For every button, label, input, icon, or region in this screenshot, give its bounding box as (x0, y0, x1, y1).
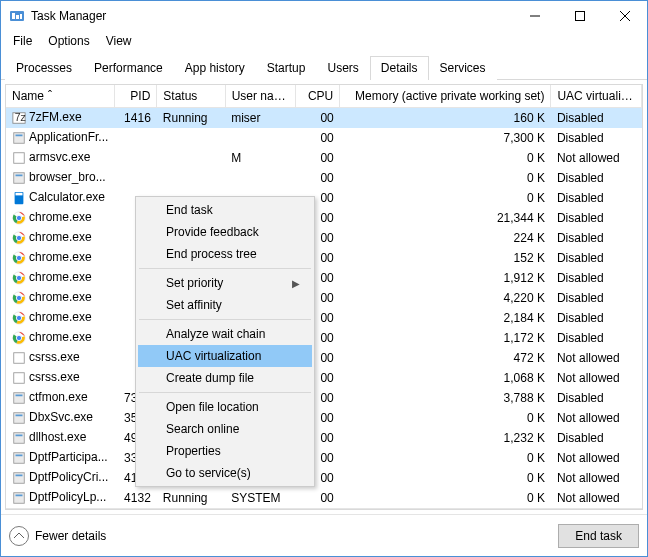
cell-user (225, 168, 295, 188)
table-row[interactable]: csrss.exeM00472 KNot allowed (6, 348, 642, 368)
cell-name: chrome.exe (6, 308, 115, 328)
table-row[interactable]: chrome.exe002,184 KDisabled (6, 308, 642, 328)
col-name[interactable]: Nameˆ (6, 85, 115, 108)
submenu-arrow-icon: ▶ (292, 278, 300, 289)
ctx-provide-feedback[interactable]: Provide feedback (138, 221, 312, 243)
process-icon (12, 371, 26, 385)
col-cpu[interactable]: CPU (296, 85, 340, 108)
process-icon (12, 411, 26, 425)
table-row[interactable]: armsvc.exeM000 KNot allowed (6, 148, 642, 168)
table-row[interactable]: chrome.exe001,912 KDisabled (6, 268, 642, 288)
tab-bar: Processes Performance App history Startu… (1, 51, 647, 80)
table-row[interactable]: ctfmon.exe7308Runningmiser003,788 KDisab… (6, 388, 642, 408)
svg-rect-5 (575, 12, 584, 21)
cell-name: browser_bro... (6, 168, 115, 188)
ctx-uac-virtualization[interactable]: UAC virtualization (138, 345, 312, 367)
process-icon (12, 171, 26, 185)
svg-rect-39 (14, 373, 25, 384)
tab-performance[interactable]: Performance (83, 56, 174, 80)
svg-rect-45 (16, 434, 23, 436)
table-row[interactable]: ApplicationFr...007,300 KDisabled (6, 128, 642, 148)
svg-rect-43 (16, 414, 23, 416)
table-row[interactable]: chrome.exe001,172 KDisabled (6, 328, 642, 348)
ctx-go-to-services[interactable]: Go to service(s) (138, 462, 312, 484)
scroll-right-icon[interactable] (625, 509, 642, 511)
table-row[interactable]: chrome.exe00224 KDisabled (6, 228, 642, 248)
close-button[interactable] (602, 1, 647, 31)
process-icon (12, 251, 26, 265)
cell-pid (115, 168, 157, 188)
col-memory[interactable]: Memory (active private working set) (340, 85, 551, 108)
process-icon (12, 291, 26, 305)
svg-point-34 (16, 315, 21, 320)
tab-startup[interactable]: Startup (256, 56, 317, 80)
menu-options[interactable]: Options (40, 32, 97, 50)
cell-pid: 4132 (115, 488, 157, 508)
table-row[interactable]: browser_bro...000 KDisabled (6, 168, 642, 188)
col-status[interactable]: Status (157, 85, 225, 108)
cell-user: SYSTEM (225, 488, 295, 508)
cell-uac: Not allowed (551, 368, 642, 388)
cell-name: chrome.exe (6, 288, 115, 308)
svg-rect-38 (14, 353, 25, 364)
ctx-set-affinity[interactable]: Set affinity (138, 294, 312, 316)
tab-users[interactable]: Users (316, 56, 369, 80)
ctx-properties[interactable]: Properties (138, 440, 312, 462)
table-row[interactable]: DbxSvc.exe3556RunningSYSTEM000 KNot allo… (6, 408, 642, 428)
cell-memory: 0 K (340, 168, 551, 188)
ctx-end-task[interactable]: End task (138, 199, 312, 221)
table-row[interactable]: csrss.exe001,068 KNot allowed (6, 368, 642, 388)
table-row[interactable]: Calculator.exe000 KDisabled (6, 188, 642, 208)
process-grid[interactable]: Nameˆ PID Status User name CPU Memory (a… (5, 84, 643, 510)
process-icon (12, 191, 26, 205)
cell-pid (115, 128, 157, 148)
end-task-button[interactable]: End task (558, 524, 639, 548)
col-pid[interactable]: PID (115, 85, 157, 108)
ctx-set-priority[interactable]: Set priority▶ (138, 272, 312, 294)
svg-point-28 (16, 275, 21, 280)
cell-pid: 1416 (115, 108, 157, 128)
context-menu: End task Provide feedback End process tr… (135, 196, 315, 487)
cell-memory: 0 K (340, 148, 551, 168)
table-row[interactable]: chrome.exe0021,344 KDisabled (6, 208, 642, 228)
col-user[interactable]: User name (225, 85, 295, 108)
cell-status (157, 168, 225, 188)
table-row[interactable]: dllhost.exe4908Running001,232 KDisabled (6, 428, 642, 448)
menu-file[interactable]: File (5, 32, 40, 50)
cell-memory: 1,068 K (340, 368, 551, 388)
minimize-button[interactable] (512, 1, 557, 31)
table-row[interactable]: chrome.exe00152 KDisabled (6, 248, 642, 268)
ctx-create-dump-file[interactable]: Create dump file (138, 367, 312, 389)
table-row[interactable]: DptfPolicyCri...4104RunningSYSTEM000 KNo… (6, 468, 642, 488)
app-icon (9, 8, 25, 24)
cell-uac: Disabled (551, 208, 642, 228)
tab-processes[interactable]: Processes (5, 56, 83, 80)
svg-point-31 (16, 295, 21, 300)
table-row[interactable]: chrome.exe004,220 KDisabled (6, 288, 642, 308)
cell-uac: Disabled (551, 268, 642, 288)
title-bar[interactable]: Task Manager (1, 1, 647, 31)
tab-details[interactable]: Details (370, 56, 429, 80)
cell-uac: Not allowed (551, 488, 642, 508)
fewer-details-button[interactable]: Fewer details (9, 526, 106, 546)
table-row[interactable]: 7z7zFM.exe1416Runningmiser00160 KDisable… (6, 108, 642, 128)
ctx-end-process-tree[interactable]: End process tree (138, 243, 312, 265)
sort-asc-icon: ˆ (48, 89, 52, 103)
menu-view[interactable]: View (98, 32, 140, 50)
fewer-details-label: Fewer details (35, 529, 106, 543)
scroll-left-icon[interactable] (6, 509, 23, 511)
maximize-button[interactable] (557, 1, 602, 31)
table-row[interactable]: DptfPolicyLp...4132RunningSYSTEM000 KNot… (6, 488, 642, 508)
ctx-analyze-wait-chain[interactable]: Analyze wait chain (138, 323, 312, 345)
ctx-open-file-location[interactable]: Open file location (138, 396, 312, 418)
table-row[interactable]: DptfParticipa...3384RunningSYSTEM000 KNo… (6, 448, 642, 468)
tab-services[interactable]: Services (429, 56, 497, 80)
svg-rect-46 (14, 453, 25, 464)
svg-rect-50 (14, 493, 25, 504)
col-uac[interactable]: UAC virtualizat (551, 85, 642, 108)
horizontal-scrollbar[interactable] (6, 508, 642, 511)
cell-name: armsvc.exe (6, 148, 115, 168)
cell-name: DptfPolicyCri... (6, 468, 115, 488)
tab-app-history[interactable]: App history (174, 56, 256, 80)
ctx-search-online[interactable]: Search online (138, 418, 312, 440)
